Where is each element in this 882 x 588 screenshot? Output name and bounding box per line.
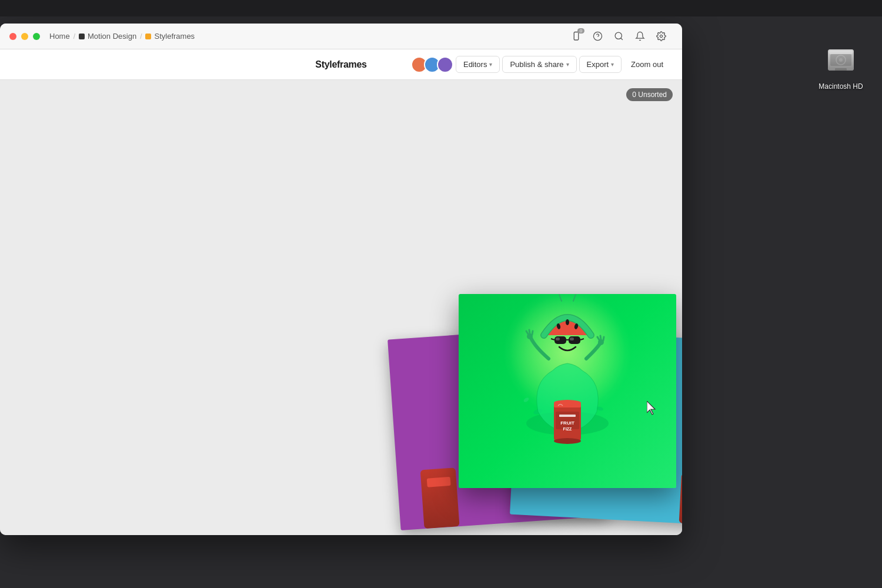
svg-line-27: [551, 339, 554, 340]
publish-share-button[interactable]: Publish & share ▾: [502, 56, 576, 73]
card-stack: FRUIT FIZZ: [459, 294, 676, 488]
close-button[interactable]: [9, 33, 16, 40]
card-green[interactable]: FRUIT FIZZ: [459, 294, 676, 488]
svg-rect-23: [556, 338, 560, 340]
breadcrumb-home[interactable]: Home: [49, 32, 70, 41]
motion-design-dot: [79, 34, 85, 39]
breadcrumb-sep-1: /: [74, 32, 75, 41]
zoom-out-button[interactable]: Zoom out: [624, 56, 670, 72]
svg-point-20: [566, 319, 569, 325]
svg-text:FIZZ: FIZZ: [563, 427, 572, 431]
search-icon: [614, 31, 624, 41]
svg-line-37: [559, 294, 562, 301]
canvas-area[interactable]: 0 Unsorted: [0, 80, 682, 535]
editors-button[interactable]: Editors ▾: [456, 56, 500, 73]
minimize-button[interactable]: [21, 33, 28, 40]
settings-icon: [656, 31, 666, 41]
svg-point-2: [593, 32, 602, 40]
macintosh-hd-icon[interactable]: Macintosh HD: [817, 41, 864, 91]
unsorted-badge: 0 Unsorted: [626, 88, 673, 101]
svg-point-13: [554, 400, 581, 406]
header-bar: Styleframes Editors ▾ Publish & share ▾ …: [0, 49, 682, 80]
macintosh-hd-label: Macintosh HD: [818, 82, 863, 91]
svg-point-4: [615, 32, 622, 39]
svg-point-47: [839, 58, 843, 62]
maximize-button[interactable]: [33, 33, 40, 40]
search-button[interactable]: [609, 27, 628, 46]
svg-point-18: [554, 438, 581, 444]
breadcrumb-styleframes[interactable]: Styleframes: [145, 32, 195, 41]
export-chevron-icon: ▾: [611, 61, 614, 68]
notification-icon: [635, 31, 645, 41]
svg-rect-0: [574, 32, 579, 40]
settings-button[interactable]: [652, 27, 670, 46]
svg-text:FRUIT: FRUIT: [560, 420, 574, 426]
svg-rect-45: [829, 51, 853, 54]
avatar-group: [411, 56, 453, 73]
cursor-icon: [647, 401, 659, 415]
svg-line-36: [603, 337, 604, 340]
device-count: 0: [577, 28, 584, 34]
svg-line-31: [529, 330, 530, 333]
help-button[interactable]: [588, 27, 607, 46]
svg-rect-15: [559, 415, 576, 417]
device-button[interactable]: 0: [567, 27, 586, 46]
breadcrumb-motion-design[interactable]: Motion Design: [79, 32, 136, 41]
breadcrumb: Home / Motion Design / Styleframes: [49, 32, 195, 41]
svg-line-30: [526, 331, 528, 334]
main-window: Home / Motion Design / Styleframes 0: [0, 24, 682, 535]
page-title: Styleframes: [315, 59, 366, 70]
hd-drive-icon: [822, 41, 860, 79]
svg-line-32: [532, 331, 533, 335]
macos-top-bar: [0, 0, 882, 16]
breadcrumb-sep-2: /: [140, 32, 142, 41]
styleframes-dot: [145, 34, 151, 39]
svg-point-10: [523, 397, 530, 403]
export-button[interactable]: Export ▾: [579, 56, 622, 73]
header-right: Editors ▾ Publish & share ▾ Export ▾ Zoo…: [411, 56, 670, 73]
svg-point-6: [660, 35, 662, 37]
svg-line-5: [620, 38, 622, 40]
window-controls: [9, 33, 40, 40]
editors-chevron-icon: ▾: [489, 61, 492, 68]
window-titlebar: Home / Motion Design / Styleframes 0: [0, 24, 682, 49]
publish-chevron-icon: ▾: [566, 61, 569, 68]
watermelon-illustration: FRUIT FIZZ: [497, 294, 638, 459]
help-icon: [593, 31, 603, 41]
svg-line-35: [600, 336, 601, 339]
notification-button[interactable]: [630, 27, 649, 46]
svg-line-39: [573, 294, 576, 301]
svg-rect-25: [570, 338, 574, 340]
avatar-3: [437, 56, 453, 73]
svg-rect-44: [835, 68, 847, 71]
svg-line-34: [597, 337, 599, 340]
svg-line-28: [580, 339, 584, 340]
cursor: [647, 401, 659, 417]
